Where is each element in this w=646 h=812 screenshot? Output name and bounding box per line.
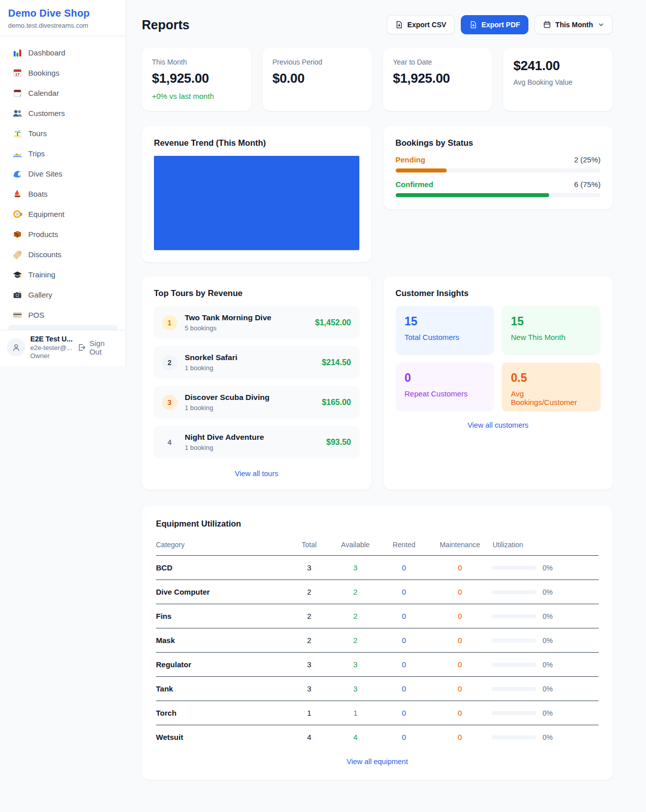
table-row: Mask 2 2 0 0 0% (156, 628, 599, 653)
sidebar-item-selected-partial[interactable] (8, 325, 118, 330)
utilization-bar (492, 687, 536, 691)
cell-utilization: 0% (492, 725, 599, 747)
column-header-rented: Rented (380, 536, 428, 556)
cell-maintenance: 0 (428, 556, 492, 580)
stat-card-avg-booking-value: $241.00 Avg Booking Value (503, 48, 613, 111)
top-tours-card: Top Tours by Revenue 1 Two Tank Morning … (142, 276, 371, 490)
sidebar-item-trips[interactable]: Trips (4, 143, 122, 163)
tile-value: 0.5 (511, 371, 591, 385)
status-progress-fill (396, 168, 447, 172)
sidebar-item-boats[interactable]: Boats (4, 184, 122, 204)
utilization-bar (492, 663, 536, 667)
credit-card-icon (12, 310, 22, 320)
bookings-calendar-icon: 17 (12, 68, 22, 78)
cell-rented: 0 (380, 628, 428, 653)
sidebar-item-products[interactable]: Products (4, 224, 122, 244)
equipment-table: Category Total Available Rented Maintena… (156, 536, 599, 746)
table-row: Regulator 3 3 0 0 0% (156, 653, 599, 677)
cell-utilization: 0% (492, 628, 599, 653)
cell-available: 3 (331, 653, 380, 677)
customer-insights-card: Customer Insights 15 Total Customers 15 … (384, 276, 613, 490)
utilization-bar (492, 639, 536, 643)
sidebar-nav: Dashboard 17 Bookings Calendar Customers… (0, 36, 126, 330)
sidebar-item-pos[interactable]: POS (4, 305, 122, 325)
sidebar-item-label: Trips (28, 149, 45, 158)
calendar-icon (12, 88, 22, 98)
view-all-tours-link[interactable]: View all tours (154, 470, 359, 478)
utilization-percent: 0% (543, 636, 553, 645)
stat-label: Previous Period (273, 58, 362, 66)
cell-maintenance: 0 (428, 653, 492, 677)
sidebar-item-calendar[interactable]: Calendar (4, 83, 122, 103)
cell-utilization: 0% (492, 701, 599, 725)
revenue-trend-title: Revenue Trend (This Month) (154, 138, 359, 148)
tile-new-this-month: 15 New This Month (502, 306, 601, 355)
tour-bookings: 5 bookings (185, 324, 272, 332)
calendar-outline-icon (543, 21, 551, 29)
tile-repeat-customers: 0 Repeat Customers (396, 363, 495, 412)
status-progress-track (396, 193, 601, 197)
person-icon (12, 343, 21, 352)
cell-rented: 0 (380, 701, 428, 725)
cell-available: 4 (331, 725, 380, 747)
tour-name: Snorkel Safari (185, 353, 237, 362)
chevron-down-icon (598, 22, 604, 28)
export-pdf-label: Export PDF (481, 21, 520, 29)
table-row: Torch 1 1 0 0 0% (156, 701, 599, 725)
sidebar-item-customers[interactable]: Customers (4, 103, 122, 123)
status-progress-fill (396, 193, 550, 197)
export-csv-button[interactable]: Export CSV (387, 15, 455, 34)
cell-available: 1 (331, 701, 380, 725)
sidebar-item-dashboard[interactable]: Dashboard (4, 42, 122, 63)
sidebar-item-equipment[interactable]: Equipment (4, 204, 122, 224)
sidebar-item-label: Gallery (28, 291, 52, 299)
period-label: This Month (555, 21, 593, 29)
main-content: Reports Export CSV Export PDF This Month… (126, 0, 646, 800)
sidebar-item-discounts[interactable]: Discounts (4, 244, 122, 264)
insight-tiles: 15 Total Customers 15 New This Month 0 R… (396, 306, 601, 412)
tour-bookings: 1 booking (185, 364, 237, 372)
sidebar-item-training[interactable]: Training (4, 264, 122, 284)
stat-delta: +0% vs last month (152, 92, 241, 100)
sidebar-item-label: Calendar (28, 89, 59, 97)
cell-rented: 0 (380, 677, 428, 701)
view-all-customers-link[interactable]: View all customers (396, 421, 601, 429)
stat-card-this-month: This Month $1,925.00 +0% vs last month (142, 48, 251, 111)
cell-category: Fins (156, 604, 287, 628)
tile-label: Avg Bookings/Customer (511, 389, 591, 407)
tour-row: 1 Two Tank Morning Dive 5 bookings $1,45… (154, 306, 359, 339)
revenue-trend-bar (154, 156, 359, 250)
cell-available: 3 (331, 677, 380, 701)
customer-insights-title: Customer Insights (396, 288, 601, 298)
utilization-percent: 0% (543, 733, 553, 741)
utilization-bar (492, 735, 536, 739)
tour-amount: $1,452.00 (315, 318, 351, 327)
sidebar-item-bookings[interactable]: 17 Bookings (4, 63, 122, 83)
top-tours-title: Top Tours by Revenue (154, 288, 359, 298)
sidebar-item-dive-sites[interactable]: Dive Sites (4, 163, 122, 184)
cell-category: Wetsuit (156, 725, 287, 747)
tile-total-customers: 15 Total Customers (396, 306, 495, 355)
sidebar-item-gallery[interactable]: Gallery (4, 284, 122, 305)
avatar (7, 338, 25, 357)
equipment-utilization-card: Equipment Utilization Category Total Ava… (142, 506, 613, 780)
cell-available: 2 (331, 580, 380, 604)
export-pdf-button[interactable]: Export PDF (461, 15, 528, 34)
rank-badge: 1 (162, 315, 177, 330)
sign-out-button[interactable]: Sign Out (77, 339, 119, 356)
sailboat-icon (12, 189, 22, 199)
cell-available: 3 (331, 556, 380, 580)
period-dropdown[interactable]: This Month (534, 15, 613, 34)
dashboard-icon (12, 47, 22, 57)
sidebar-item-tours[interactable]: Tours (4, 123, 122, 143)
cell-maintenance: 0 (428, 604, 492, 628)
user-email: e2e-tester@... (30, 344, 72, 352)
tour-name: Night Dive Adventure (185, 433, 264, 442)
sidebar: Demo Dive Shop demo.test.divestreams.com… (0, 0, 126, 366)
view-all-equipment-link[interactable]: View all equipment (156, 758, 599, 766)
file-download-icon (395, 21, 403, 29)
status-label: Confirmed (396, 180, 434, 189)
cell-rented: 0 (380, 725, 428, 747)
status-row-confirmed: Confirmed 6 (75%) (396, 180, 601, 197)
brand-title: Demo Dive Shop (8, 8, 118, 19)
